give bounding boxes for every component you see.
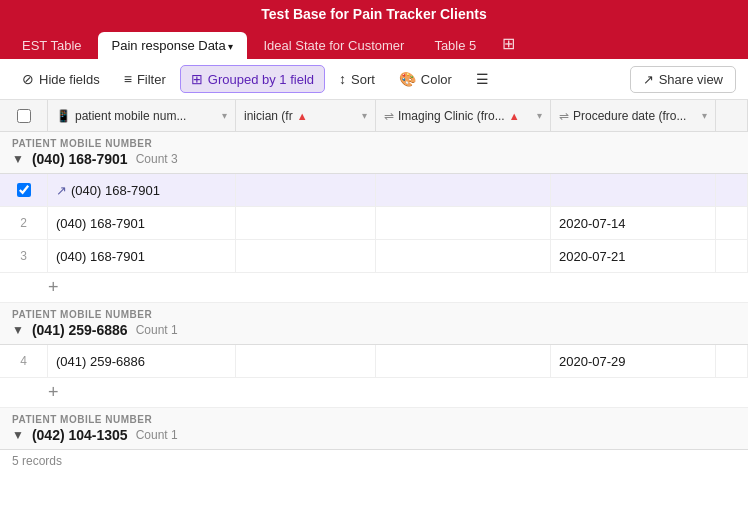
cell-clinician-1[interactable] <box>236 174 376 206</box>
sort-button[interactable]: ↕ Sort <box>329 66 385 92</box>
group-header-3: PATIENT MOBILE NUMBER ▼ (042) 104-1305 C… <box>0 408 748 450</box>
cell-patient-2[interactable]: (040) 168-7901 <box>48 207 236 239</box>
cell-clinician-4[interactable] <box>236 345 376 377</box>
hide-fields-button[interactable]: ⊘ Hide fields <box>12 66 110 92</box>
cell-clinician-3[interactable] <box>236 240 376 272</box>
row-check-1[interactable] <box>0 174 48 206</box>
row-num-3: 3 <box>0 240 48 272</box>
row-checkbox-1[interactable] <box>17 183 31 197</box>
toolbar: ⊘ Hide fields ≡ Filter ⊞ Grouped by 1 fi… <box>0 59 748 100</box>
phone-icon: 📱 <box>56 109 71 123</box>
tab-ideal-state[interactable]: Ideal State for Customer <box>249 32 418 59</box>
color-button[interactable]: 🎨 Color <box>389 66 462 92</box>
select-all-checkbox-cell[interactable] <box>0 100 48 131</box>
group-icon: ⊞ <box>191 71 203 87</box>
table-row: 4 (041) 259-6886 2020-07-29 <box>0 345 748 378</box>
expand-icon-1[interactable]: ↗ <box>56 183 67 198</box>
table-row: 3 (040) 168-7901 2020-07-21 <box>0 240 748 273</box>
group-count-2: Count 1 <box>136 323 178 337</box>
cell-clinician-2[interactable] <box>236 207 376 239</box>
group-label-3: PATIENT MOBILE NUMBER <box>12 414 736 425</box>
col-header-procedure[interactable]: ⇌ Procedure date (fro... ▾ <box>551 100 716 131</box>
cell-extra-3 <box>716 240 748 272</box>
cell-imaging-3[interactable] <box>376 240 551 272</box>
tab-table5[interactable]: Table 5 <box>420 32 490 59</box>
sort-icon: ↕ <box>339 71 346 87</box>
group-title-2: (041) 259-6886 <box>32 322 128 338</box>
link-icon-imaging: ⇌ <box>384 109 394 123</box>
group-title-3: (042) 104-1305 <box>32 427 128 443</box>
group-toggle-1[interactable]: ▼ <box>12 152 24 166</box>
cell-procedure-2[interactable]: 2020-07-14 <box>551 207 716 239</box>
group-label-2: PATIENT MOBILE NUMBER <box>12 309 736 320</box>
col-header-extra <box>716 100 748 131</box>
color-icon: 🎨 <box>399 71 416 87</box>
cell-extra-1 <box>716 174 748 206</box>
warning-icon-imaging: ▲ <box>509 110 520 122</box>
col-sort-icon-clinician: ▾ <box>362 110 367 121</box>
group-toggle-3[interactable]: ▼ <box>12 428 24 442</box>
cell-imaging-1[interactable] <box>376 174 551 206</box>
title-text: Test Base for Pain Tracker Clients <box>261 6 486 22</box>
col-header-patient[interactable]: 📱 patient mobile num... ▾ <box>48 100 236 131</box>
group-header-2: PATIENT MOBILE NUMBER ▼ (041) 259-6886 C… <box>0 303 748 345</box>
col-sort-icon-imaging: ▾ <box>537 110 542 121</box>
add-table-button[interactable]: ⊞ <box>492 28 525 59</box>
cell-extra-2 <box>716 207 748 239</box>
row-height-icon: ☰ <box>476 71 489 87</box>
cell-imaging-2[interactable] <box>376 207 551 239</box>
add-row-group1[interactable]: + <box>0 273 748 303</box>
grouped-by-button[interactable]: ⊞ Grouped by 1 field <box>180 65 325 93</box>
select-all-checkbox[interactable] <box>17 109 31 123</box>
table-row: ↗ (040) 168-7901 <box>0 174 748 207</box>
row-num-2: 2 <box>0 207 48 239</box>
cell-patient-4[interactable]: (041) 259-6886 <box>48 345 236 377</box>
group-count-3: Count 1 <box>136 428 178 442</box>
share-icon: ↗ <box>643 72 654 87</box>
group-header-1: PATIENT MOBILE NUMBER ▼ (040) 168-7901 C… <box>0 132 748 174</box>
cell-procedure-4[interactable]: 2020-07-29 <box>551 345 716 377</box>
hide-fields-icon: ⊘ <box>22 71 34 87</box>
cell-procedure-1[interactable] <box>551 174 716 206</box>
group-toggle-2[interactable]: ▼ <box>12 323 24 337</box>
link-icon-procedure: ⇌ <box>559 109 569 123</box>
col-sort-icon-patient: ▾ <box>222 110 227 121</box>
group-title-1: (040) 168-7901 <box>32 151 128 167</box>
cell-procedure-3[interactable]: 2020-07-21 <box>551 240 716 272</box>
tab-pain-response[interactable]: Pain response Data <box>98 32 248 59</box>
cell-patient-1[interactable]: ↗ (040) 168-7901 <box>48 174 236 206</box>
filter-icon: ≡ <box>124 71 132 87</box>
add-row-group2[interactable]: + <box>0 378 748 408</box>
filter-button[interactable]: ≡ Filter <box>114 66 176 92</box>
share-view-button[interactable]: ↗ Share view <box>630 66 736 93</box>
column-header-row: 📱 patient mobile num... ▾ inician (fr ▲ … <box>0 100 748 132</box>
cell-extra-4 <box>716 345 748 377</box>
tab-bar: EST Table Pain response Data Ideal State… <box>0 28 748 59</box>
col-sort-icon-procedure: ▾ <box>702 110 707 121</box>
warning-icon-clinician: ▲ <box>297 110 308 122</box>
table-wrapper: 📱 patient mobile num... ▾ inician (fr ▲ … <box>0 100 748 472</box>
col-header-clinician[interactable]: inician (fr ▲ ▾ <box>236 100 376 131</box>
tab-est-table[interactable]: EST Table <box>8 32 96 59</box>
title-bar: Test Base for Pain Tracker Clients <box>0 0 748 28</box>
cell-imaging-4[interactable] <box>376 345 551 377</box>
table-row: 2 (040) 168-7901 2020-07-14 <box>0 207 748 240</box>
row-num-4: 4 <box>0 345 48 377</box>
col-header-imaging[interactable]: ⇌ Imaging Clinic (fro... ▲ ▾ <box>376 100 551 131</box>
row-height-button[interactable]: ☰ <box>466 66 499 92</box>
group-label-1: PATIENT MOBILE NUMBER <box>12 138 736 149</box>
group-count-1: Count 3 <box>136 152 178 166</box>
cell-patient-3[interactable]: (040) 168-7901 <box>48 240 236 272</box>
footer-record-count: 5 records <box>0 450 748 472</box>
